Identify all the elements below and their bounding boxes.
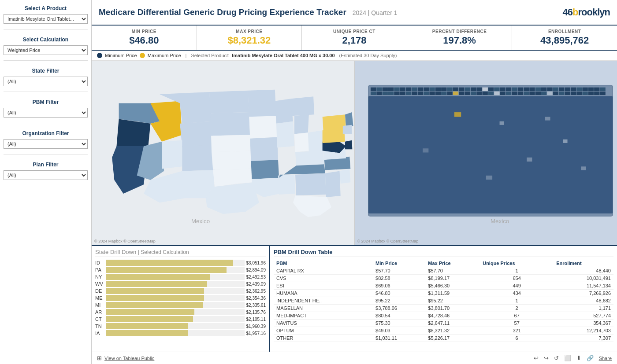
footer-left: ⊞ View on Tableau Public	[97, 355, 154, 361]
org-select[interactable]: (All)	[4, 139, 88, 149]
state-bar-row[interactable]: CT $2,105.11	[95, 316, 266, 322]
kpi-min-price-label: MIN PRICE	[97, 29, 191, 34]
state-bar-row[interactable]: IA $1,957.16	[95, 330, 266, 336]
kpi-min-price-value: $46.80	[97, 35, 191, 46]
state-mn[interactable]	[248, 90, 276, 117]
state-bar-label: IA	[95, 331, 106, 336]
pbm-cell-unique: 6	[480, 335, 554, 342]
state-or[interactable]	[116, 119, 150, 146]
state-fl[interactable]	[293, 195, 331, 217]
state-sc[interactable]	[340, 169, 351, 184]
share-label[interactable]: Share	[599, 356, 612, 361]
svg-rect-28	[535, 88, 540, 91]
pbm-table-row[interactable]: MED-IMPACT $80.54 $4,728.46 67 527,774	[274, 312, 613, 320]
state-select[interactable]: (All)	[4, 77, 88, 86]
state-co[interactable]	[182, 145, 215, 171]
state-ga[interactable]	[325, 171, 341, 198]
state-oh[interactable]	[308, 130, 323, 152]
state-ms[interactable]	[278, 175, 295, 195]
state-ar[interactable]	[251, 160, 279, 179]
state-de[interactable]	[345, 140, 352, 150]
pbm-table-row[interactable]: NAVITUS $75.30 $2,647.11 57 354,367	[274, 320, 613, 327]
state-bar-fill	[106, 316, 193, 322]
svg-rect-12	[441, 88, 446, 91]
pbm-table-row[interactable]: CAPITAL RX $57.70 $57.70 1 48,440	[274, 267, 613, 275]
state-nd[interactable]	[209, 91, 249, 113]
svg-rect-50	[429, 92, 435, 95]
state-ia[interactable]	[249, 116, 277, 138]
pbm-cell-unique: 434	[480, 290, 554, 297]
state-wy[interactable]	[180, 121, 214, 148]
state-me[interactable]	[345, 112, 353, 127]
state-mo[interactable]	[250, 137, 278, 161]
svg-rect-54	[453, 92, 458, 95]
state-ct[interactable]	[343, 125, 352, 134]
pbm-table-row[interactable]: INDEPENDENT HE.. $95.22 $95.22 1 48,682	[274, 297, 613, 305]
svg-rect-80	[368, 96, 612, 213]
state-bar-value: $1,960.39	[246, 324, 266, 329]
pbm-cell-max: $1,311.59	[425, 290, 480, 297]
pbm-table-row[interactable]: CVS $82.58 $8,199.17 654 10,031,491	[274, 275, 613, 282]
pbm-table-row[interactable]: OPTUM $49.03 $8,321.32 321 12,214,703	[274, 327, 613, 335]
state-ny[interactable]	[323, 114, 346, 131]
pbm-cell-min: $49.03	[373, 327, 425, 335]
state-bar-row[interactable]: AR $2,135.76	[95, 309, 266, 315]
home-icon[interactable]: ⬜	[564, 355, 571, 361]
state-bar-row[interactable]: TN $1,960.39	[95, 323, 266, 329]
state-bar-row[interactable]: WV $2,439.09	[95, 281, 266, 287]
pbm-cell-enrollment: 48,440	[554, 267, 613, 275]
undo-icon[interactable]: ↩	[534, 355, 539, 361]
svg-rect-18	[476, 88, 482, 91]
pbm-table-body: CAPITAL RX $57.70 $57.70 1 48,440 CVS $8…	[274, 267, 613, 342]
pbm-table-header: PBM Min Price Max Price Unique Prices En…	[274, 260, 613, 267]
refresh-icon[interactable]: ↺	[554, 355, 559, 361]
state-bar-row[interactable]: PA $2,894.09	[95, 267, 266, 273]
svg-rect-82	[563, 140, 567, 143]
share-icon[interactable]: 🔗	[587, 355, 594, 361]
state-il[interactable]	[276, 121, 294, 148]
state-mi-upper[interactable]	[291, 96, 314, 116]
state-bar-row[interactable]: ME $2,354.36	[95, 295, 266, 301]
state-in[interactable]	[294, 132, 309, 152]
pbm-table-row[interactable]: ESI $69.06 $5,466.30 449 11,547,134	[274, 282, 613, 290]
state-ut[interactable]	[162, 140, 182, 169]
svg-rect-26	[523, 88, 528, 91]
pbm-table-row[interactable]: OTHER $1,031.11 $5,226.17 6 7,307	[274, 335, 613, 342]
pbm-table-row[interactable]: HUMANA $46.80 $1,311.59 434 7,269,926	[274, 290, 613, 297]
state-mi-lower[interactable]	[294, 114, 309, 134]
svg-rect-31	[553, 88, 558, 91]
kpi-percent-diff-value: 197.8%	[413, 35, 507, 46]
state-wi[interactable]	[275, 99, 293, 123]
state-ne[interactable]	[211, 135, 251, 152]
svg-rect-63	[505, 92, 511, 95]
content-area: Mexico © 2024 Mapbox © OpenStreetMap	[92, 61, 617, 352]
state-bar-row[interactable]: NY $2,492.53	[95, 274, 266, 280]
footer: ⊞ View on Tableau Public ↩ ↪ ↺ ⬜ ⬇ 🔗 Sha…	[92, 352, 617, 364]
svg-rect-35	[576, 88, 582, 91]
calculation-select[interactable]: Weighted Price	[4, 45, 88, 55]
state-bar-value: $3,051.96	[246, 261, 266, 265]
state-al[interactable]	[295, 173, 326, 195]
state-ks[interactable]	[212, 151, 252, 169]
plan-select[interactable]: (All)	[4, 170, 88, 180]
state-sd[interactable]	[210, 112, 250, 136]
pbm-cell-min: $82.58	[373, 275, 425, 282]
state-bar-label: WV	[95, 281, 106, 287]
product-select[interactable]: Imatinib Mesylate Oral Tablet...	[4, 14, 88, 24]
kpi-unique-price: UNIQUE PRICE CT 2,178	[302, 26, 407, 50]
state-bar-row[interactable]: ID $3,051.96	[95, 260, 266, 266]
pbm-select[interactable]: (All)	[4, 108, 88, 118]
pbm-table-row[interactable]: MAGELLAN $3,788.06 $3,801.70 2 1,171	[274, 305, 613, 312]
redo-icon[interactable]: ↪	[544, 355, 549, 361]
state-tx[interactable]	[206, 182, 259, 214]
product-filter-section: Select A Product Imatinib Mesylate Oral …	[4, 4, 88, 24]
state-bar-row[interactable]: DE $2,362.95	[95, 288, 266, 294]
pbm-cell-enrollment: 7,269,926	[554, 290, 613, 297]
pbm-cell-min: $57.70	[373, 267, 425, 275]
state-bar-value: $2,335.61	[246, 303, 266, 308]
download-icon[interactable]: ⬇	[576, 355, 581, 361]
state-ky[interactable]	[295, 151, 324, 165]
state-bar-row[interactable]: MI $2,335.61	[95, 302, 266, 308]
state-bar-container	[106, 274, 245, 280]
tableau-link[interactable]: View on Tableau Public	[104, 356, 154, 361]
